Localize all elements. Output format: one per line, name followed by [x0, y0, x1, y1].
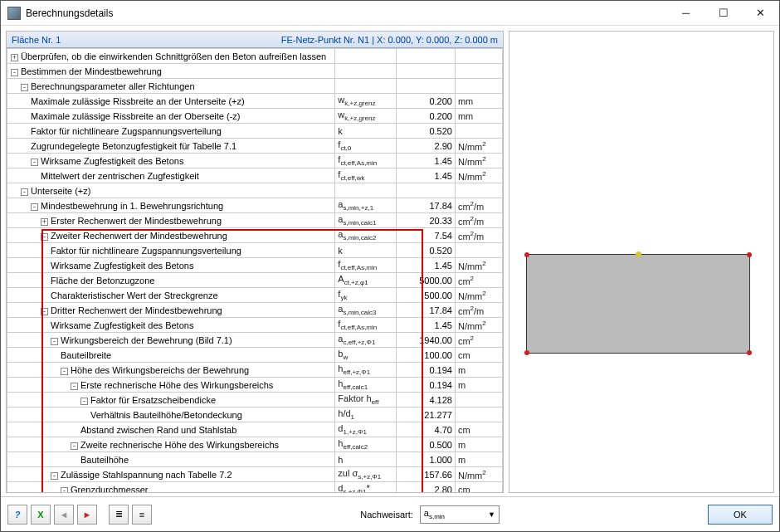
- row-unit: cm: [455, 422, 502, 437]
- surface-shape[interactable]: [526, 254, 750, 354]
- nachweisart-combo[interactable]: as,min ▼: [420, 505, 500, 524]
- table-row[interactable]: -Zweiter Rechenwert der Mindestbewehrung…: [7, 228, 503, 243]
- help-icon: ?: [15, 510, 21, 520]
- row-label: Überprüfen, ob die einwirkenden Schnittg…: [21, 51, 326, 61]
- node-handle-mid[interactable]: [636, 251, 641, 257]
- row-symbol: fct,eff,As,min: [335, 258, 396, 273]
- row-label: Verhältnis Bauteilhöhe/Betondeckung: [90, 410, 242, 420]
- row-label: Wirksame Zugfestigkeit des Betons: [41, 156, 183, 166]
- expand-toggle[interactable]: -: [21, 84, 28, 91]
- table-row[interactable]: Maximale zulässige Rissbreite an der Unt…: [7, 94, 503, 109]
- expand-toggle[interactable]: -: [11, 69, 18, 76]
- prev-button[interactable]: ◄: [54, 505, 74, 525]
- maximize-button[interactable]: ☐: [704, 1, 742, 25]
- expand-toggle[interactable]: -: [31, 159, 38, 166]
- table-row[interactable]: -Berechnungsparameter aller Richtungen: [7, 79, 503, 94]
- expand-toggle[interactable]: -: [71, 383, 78, 390]
- table-row[interactable]: -Grenzdurchmesserds,+z,Φ1*2.80cm: [7, 482, 503, 493]
- table-row[interactable]: Wirksame Zugfestigkeit des Betonsfct,eff…: [7, 318, 503, 333]
- tree-table[interactable]: +Überprüfen, ob die einwirkenden Schnitt…: [7, 48, 503, 492]
- node-handle[interactable]: [524, 350, 529, 355]
- row-label: Abstand zwischen Rand und Stahlstab: [80, 425, 236, 435]
- row-unit: [455, 64, 502, 79]
- table-row[interactable]: Abstand zwischen Rand und Stahlstabd1,+z…: [7, 422, 503, 437]
- table-row[interactable]: -Wirkungsbereich der Bewehrung (Bild 7.1…: [7, 333, 503, 348]
- row-value: 1940.00: [396, 333, 455, 348]
- row-symbol: [335, 79, 396, 94]
- table-row[interactable]: Verhältnis Bauteilhöhe/Betondeckungh/d12…: [7, 408, 503, 422]
- view-mode-1-button[interactable]: ≣: [109, 505, 129, 525]
- row-label: Höhe des Wirkungsbereichs der Bewehrung: [71, 365, 249, 375]
- table-row[interactable]: -Wirksame Zugfestigkeit des Betonsfct,ef…: [7, 154, 503, 168]
- expand-toggle[interactable]: -: [21, 188, 28, 196]
- table-row[interactable]: -Faktor für ErsatzscheibendickeFaktor he…: [7, 393, 503, 408]
- table-row[interactable]: Bauteilhöheh1.000m: [7, 452, 503, 467]
- expand-toggle[interactable]: -: [71, 442, 78, 450]
- table-row[interactable]: -Mindestbewehrung in 1. Bewehrungsrichtu…: [7, 198, 503, 213]
- close-button[interactable]: ✕: [742, 1, 779, 25]
- table-row[interactable]: Zugrundegelegte Betonzugfestigkeit für T…: [7, 139, 503, 154]
- row-value: 0.520: [396, 243, 455, 258]
- row-value: 0.500: [396, 437, 455, 452]
- row-unit: [455, 79, 502, 94]
- row-value: 500.00: [396, 288, 455, 303]
- row-label: Zweiter Rechenwert der Mindestbewehrung: [51, 231, 227, 241]
- minimize-button[interactable]: ─: [667, 1, 704, 25]
- node-handle[interactable]: [747, 252, 752, 257]
- expand-toggle[interactable]: +: [11, 54, 18, 61]
- table-row[interactable]: Faktor für nichtlineare Zugspannungsvert…: [7, 243, 503, 258]
- row-value: 2.90: [396, 139, 455, 154]
- next-button[interactable]: ►: [77, 505, 97, 525]
- table-row[interactable]: -Unterseite (+z): [7, 183, 503, 198]
- expand-toggle[interactable]: -: [61, 368, 68, 375]
- expand-toggle[interactable]: -: [51, 338, 58, 345]
- row-label: Faktor für nichtlineare Zugspannungsvert…: [31, 126, 222, 136]
- row-symbol: [335, 49, 396, 64]
- table-row[interactable]: Faktor für nichtlineare Zugspannungsvert…: [7, 124, 503, 139]
- table-row[interactable]: -Zweite rechnerische Höhe des Wirkungsbe…: [7, 437, 503, 452]
- view-mode-2-button[interactable]: ≡: [132, 505, 152, 525]
- row-value: 1.45: [396, 318, 455, 333]
- prev-icon: ◄: [60, 510, 69, 520]
- table-row[interactable]: Charakteristischer Wert der Streckgrenze…: [7, 288, 503, 303]
- graphics-viewport[interactable]: [509, 32, 773, 492]
- table-row[interactable]: Fläche der BetonzugzoneAct,+z,φ15000.00c…: [7, 273, 503, 288]
- row-label: Bauteilbreite: [61, 350, 111, 360]
- excel-export-button[interactable]: X: [31, 505, 51, 525]
- table-row[interactable]: -Höhe des Wirkungsbereichs der Bewehrung…: [7, 363, 503, 378]
- expand-toggle[interactable]: -: [51, 472, 58, 480]
- table-row[interactable]: +Erster Rechenwert der Mindestbewehrunga…: [7, 213, 503, 228]
- table-row[interactable]: Maximale zulässige Rissbreite an der Obe…: [7, 109, 503, 124]
- expand-toggle[interactable]: +: [41, 218, 48, 226]
- row-label: Faktor für nichtlineare Zugspannungsvert…: [51, 246, 241, 256]
- row-unit: N/mm2: [455, 139, 502, 154]
- table-row[interactable]: +Überprüfen, ob die einwirkenden Schnitt…: [7, 49, 503, 64]
- table-row[interactable]: -Bestimmen der Mindestbewehrung: [7, 64, 503, 79]
- row-label: Maximale zulässige Rissbreite an der Obe…: [31, 111, 240, 121]
- table-row[interactable]: -Zulässige Stahlspannung nach Tabelle 7.…: [7, 467, 503, 482]
- row-symbol: [335, 183, 396, 198]
- expand-toggle[interactable]: -: [80, 398, 88, 405]
- row-unit: [455, 124, 502, 139]
- combo-value: as,min: [424, 508, 445, 520]
- expand-toggle[interactable]: -: [41, 308, 48, 315]
- table-row[interactable]: Wirksame Zugfestigkeit des Betonsfct,eff…: [7, 258, 503, 273]
- row-value: 1.45: [396, 258, 455, 273]
- table-row[interactable]: Mittelwert der zentrischen Zugfestigkeit…: [7, 168, 503, 183]
- row-label: Mindestbewehrung in 1. Bewehrungsrichtun…: [41, 201, 223, 211]
- node-handle[interactable]: [524, 252, 529, 257]
- row-unit: cm2/m: [455, 213, 502, 228]
- help-button[interactable]: ?: [7, 505, 27, 525]
- expand-toggle[interactable]: -: [31, 203, 38, 211]
- expand-toggle[interactable]: -: [41, 233, 48, 241]
- table-row[interactable]: Bauteilbreitebw100.00cm: [7, 348, 503, 363]
- ok-button[interactable]: OK: [708, 505, 773, 525]
- row-label: Fläche der Betonzugzone: [51, 276, 154, 286]
- row-symbol: h: [335, 452, 396, 467]
- row-unit: cm2/m: [455, 198, 502, 213]
- table-row[interactable]: -Erste rechnerische Höhe des Wirkungsber…: [7, 378, 503, 393]
- expand-toggle[interactable]: -: [61, 487, 68, 493]
- node-handle[interactable]: [747, 350, 752, 355]
- row-unit: m: [455, 363, 502, 378]
- table-row[interactable]: -Dritter Rechenwert der Mindestbewehrung…: [7, 303, 503, 318]
